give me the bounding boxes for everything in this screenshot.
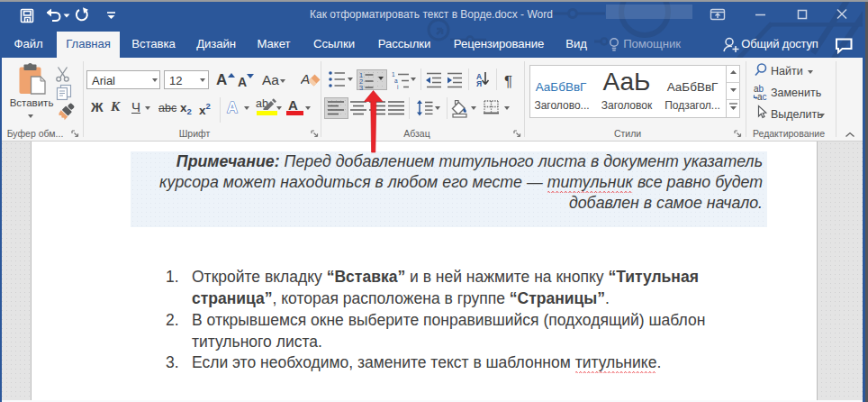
svg-text:Я: Я [476, 79, 482, 88]
svg-text:¶: ¶ [504, 73, 512, 89]
svg-text:1: 1 [392, 71, 395, 78]
svg-text:i: i [397, 84, 398, 90]
svg-text:c: c [763, 92, 767, 102]
svg-text:А: А [227, 99, 238, 115]
svg-text:A: A [301, 71, 310, 87]
svg-text:a: a [394, 78, 398, 84]
